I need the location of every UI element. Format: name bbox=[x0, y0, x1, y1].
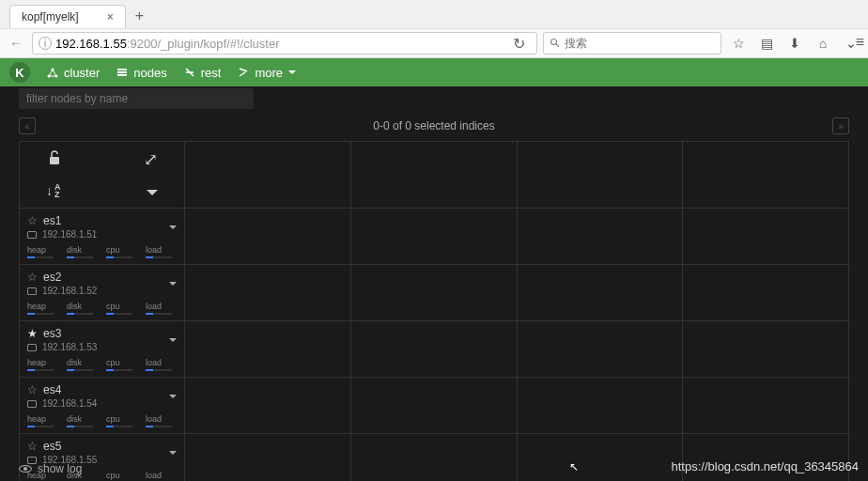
metric-heap: heap bbox=[27, 414, 54, 427]
node-name: es2 bbox=[43, 271, 61, 284]
expand-icon[interactable]: ⤢ bbox=[144, 149, 158, 171]
metric-cpu: cpu bbox=[106, 358, 132, 371]
node-metrics: heap disk cpu load bbox=[27, 302, 177, 315]
grid-header-left: ⤢ ↓A Z bbox=[20, 142, 184, 208]
metric-heap: heap bbox=[27, 245, 54, 258]
node-name: es4 bbox=[43, 383, 61, 396]
rest-icon bbox=[184, 67, 195, 78]
metric-disk: disk bbox=[67, 358, 93, 371]
node-row: ★ es3 192.168.1.53 heap disk cpu load bbox=[20, 321, 848, 378]
star-icon[interactable]: ☆ bbox=[27, 271, 38, 284]
search-input[interactable] bbox=[565, 37, 715, 50]
url-text: 192.168.1.55:9200/_plugin/kopf/#!/cluste… bbox=[55, 37, 280, 51]
metric-load: load bbox=[146, 414, 172, 427]
prev-page-button[interactable]: « bbox=[19, 117, 36, 134]
menu-cluster[interactable]: cluster bbox=[47, 66, 100, 80]
svg-rect-5 bbox=[117, 69, 127, 70]
disk-icon bbox=[27, 231, 37, 239]
kopf-logo[interactable]: K bbox=[9, 62, 30, 83]
menu-nodes[interactable]: nodes bbox=[116, 66, 166, 80]
library-icon[interactable]: ▤ bbox=[755, 36, 778, 51]
search-icon bbox=[550, 38, 561, 49]
node-ip: 192.168.1.53 bbox=[42, 342, 97, 352]
node-cell: ☆ es4 192.168.1.54 heap disk cpu load bbox=[20, 378, 184, 433]
disk-icon bbox=[27, 400, 37, 408]
kopf-app: K cluster nodes rest more « 0-0 of 0 sel… bbox=[0, 58, 868, 481]
app-topbar: K cluster nodes rest more bbox=[0, 58, 868, 86]
metric-heap: heap bbox=[27, 302, 54, 315]
metric-cpu: cpu bbox=[106, 245, 132, 258]
node-name: es3 bbox=[43, 327, 61, 340]
bookmark-icon[interactable]: ☆ bbox=[727, 36, 750, 51]
cluster-icon bbox=[47, 67, 58, 78]
new-tab-button[interactable]: + bbox=[126, 4, 153, 28]
tab-title: kopf[myelk] bbox=[22, 10, 79, 23]
filter-nodes-input[interactable] bbox=[19, 88, 254, 109]
node-menu-button[interactable] bbox=[169, 385, 177, 402]
indices-status: 0-0 of 0 selected indices bbox=[36, 119, 832, 132]
star-icon[interactable]: ☆ bbox=[27, 440, 38, 453]
eye-icon bbox=[19, 465, 32, 473]
sort-az-icon[interactable]: ↓A Z bbox=[46, 180, 61, 200]
back-button[interactable]: ← bbox=[6, 33, 26, 54]
show-log-button[interactable]: show log bbox=[19, 462, 82, 475]
close-icon[interactable]: × bbox=[107, 10, 114, 23]
node-metrics: heap disk cpu load bbox=[27, 358, 177, 371]
metric-disk: disk bbox=[67, 414, 93, 427]
node-metrics: heap disk cpu load bbox=[27, 245, 177, 258]
nodes-grid: ⤢ ↓A Z ☆ es1 192.168.1.51 bbox=[19, 141, 849, 481]
next-page-button[interactable]: » bbox=[832, 117, 849, 134]
home-icon[interactable]: ⌂ bbox=[812, 36, 834, 51]
metric-load: load bbox=[146, 302, 172, 315]
browser-tab-bar: kopf[myelk] × + bbox=[0, 0, 868, 28]
cursor-icon: ↖ bbox=[569, 460, 579, 473]
reload-icon[interactable]: ↻ bbox=[507, 35, 531, 53]
nodes-icon bbox=[116, 67, 128, 78]
menu-icon[interactable]: ≡ bbox=[856, 34, 864, 51]
metric-cpu: cpu bbox=[106, 302, 132, 315]
node-row: ☆ es2 192.168.1.52 heap disk cpu load bbox=[20, 265, 848, 321]
url-bar[interactable]: i 192.168.1.55:9200/_plugin/kopf/#!/clus… bbox=[32, 32, 537, 54]
svg-rect-8 bbox=[50, 157, 59, 164]
browser-nav-bar: ← i 192.168.1.55:9200/_plugin/kopf/#!/cl… bbox=[0, 28, 868, 58]
star-icon[interactable]: ☆ bbox=[27, 214, 38, 227]
metric-load: load bbox=[146, 358, 172, 371]
node-name: es5 bbox=[43, 440, 61, 453]
node-menu-button[interactable] bbox=[169, 442, 177, 458]
grid-header: ⤢ ↓A Z bbox=[20, 142, 848, 209]
metric-load: load bbox=[146, 245, 172, 258]
filter-row bbox=[0, 86, 868, 115]
metric-disk: disk bbox=[67, 245, 93, 258]
metric-disk: disk bbox=[67, 302, 93, 315]
disk-icon bbox=[27, 287, 37, 295]
browser-tab[interactable]: kopf[myelk] × bbox=[9, 5, 126, 28]
info-icon[interactable]: i bbox=[39, 37, 52, 50]
menu-more[interactable]: more bbox=[238, 66, 296, 80]
node-menu-button[interactable] bbox=[169, 329, 177, 346]
node-name: es1 bbox=[43, 214, 61, 227]
node-metrics: heap disk cpu load bbox=[27, 414, 177, 427]
download-icon[interactable]: ⬇ bbox=[783, 36, 806, 51]
star-icon[interactable]: ☆ bbox=[27, 383, 38, 396]
node-ip: 192.168.1.52 bbox=[42, 286, 97, 296]
node-menu-button[interactable] bbox=[169, 272, 177, 289]
node-ip: 192.168.1.54 bbox=[42, 398, 97, 409]
node-cell: ☆ es1 192.168.1.51 heap disk cpu load bbox=[20, 209, 184, 264]
node-row: ☆ es4 192.168.1.54 heap disk cpu load bbox=[20, 378, 848, 434]
metric-cpu: cpu bbox=[106, 471, 132, 481]
node-row: ☆ es5 192.168.1.55 heap disk cpu load bbox=[20, 434, 848, 481]
sort-dir-icon[interactable] bbox=[147, 180, 158, 200]
metric-heap: heap bbox=[27, 358, 54, 371]
indices-bar: « 0-0 of 0 selected indices » bbox=[0, 115, 868, 137]
chevron-down-icon bbox=[288, 70, 296, 74]
svg-line-1 bbox=[556, 44, 559, 47]
star-icon[interactable]: ★ bbox=[27, 327, 38, 340]
node-row: ☆ es1 192.168.1.51 heap disk cpu load bbox=[20, 209, 848, 265]
node-ip: 192.168.1.51 bbox=[42, 229, 97, 240]
menu-rest[interactable]: rest bbox=[184, 66, 222, 80]
more-icon bbox=[238, 67, 249, 78]
node-menu-button[interactable] bbox=[169, 216, 177, 233]
unlock-icon[interactable] bbox=[46, 149, 63, 171]
browser-search[interactable] bbox=[543, 32, 721, 54]
disk-icon bbox=[27, 344, 37, 351]
